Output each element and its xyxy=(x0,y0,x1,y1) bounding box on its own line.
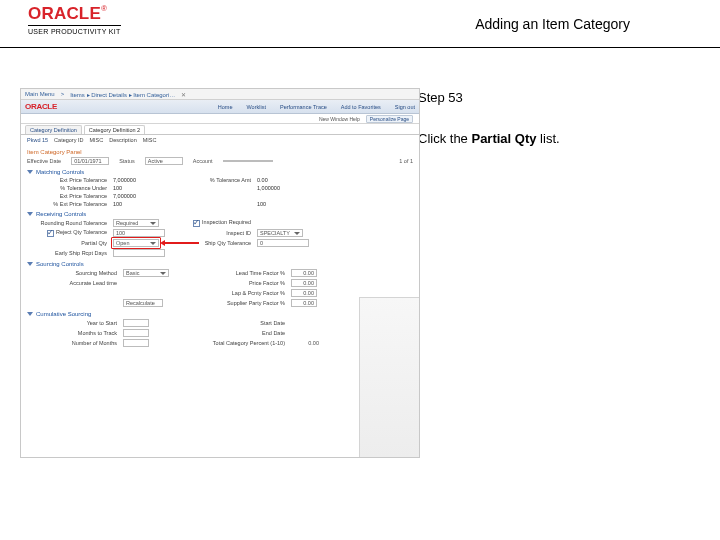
account[interactable] xyxy=(223,160,273,162)
userbar-links[interactable]: New Window Help xyxy=(319,116,360,122)
sourcing-grid: Sourcing Method Basic Lead Time Factor %… xyxy=(27,269,413,307)
record-key-row: Pkwd 15 Category ID MISC Description MIS… xyxy=(21,135,419,145)
early-ship-input[interactable] xyxy=(113,249,165,257)
step-label: Step 53 xyxy=(418,90,710,105)
page-title: Adding an Item Category xyxy=(475,16,630,32)
nav-home[interactable]: Home xyxy=(218,104,233,110)
section-receiving[interactable]: Receiving Controls xyxy=(27,211,413,217)
record-seq: 1 of 1 xyxy=(399,158,413,164)
nav-favorites[interactable]: Add to Favorites xyxy=(341,104,381,110)
months-track-input[interactable] xyxy=(123,329,149,337)
lead-time-input[interactable]: 0.00 xyxy=(291,269,317,277)
status[interactable]: Active xyxy=(145,157,183,165)
subtabs: Category Definition Category Definition … xyxy=(21,124,419,135)
lap-factor-input[interactable]: 0.00 xyxy=(291,289,317,297)
section-cumulative[interactable]: Cumulative Sourcing xyxy=(27,311,413,317)
page-header: ORACLE® USER PRODUCTIVITY KIT Adding an … xyxy=(0,0,720,48)
reject-qty-input[interactable]: 100 xyxy=(113,229,165,237)
chevron-down-icon xyxy=(150,222,156,225)
section-matching[interactable]: Matching Controls xyxy=(27,169,413,175)
brand-subtitle: USER PRODUCTIVITY KIT xyxy=(28,25,121,35)
brand-logo: ORACLE® USER PRODUCTIVITY KIT xyxy=(28,4,121,35)
cumulative-grid: Year to Start Start Date Months to Track… xyxy=(27,319,413,347)
chevron-down-icon xyxy=(27,262,33,266)
rounding-select[interactable]: Required xyxy=(113,219,159,227)
section-sourcing[interactable]: Sourcing Controls xyxy=(27,261,413,267)
trademark-icon: ® xyxy=(101,4,107,13)
nav-worklist[interactable]: Worklist xyxy=(247,104,266,110)
ship-qty-input[interactable]: 0 xyxy=(257,239,309,247)
app-screenshot: Main Menu > Items ▸ Direct Details ▸ Ite… xyxy=(20,88,420,458)
breadcrumb-tabs: Main Menu > Items ▸ Direct Details ▸ Ite… xyxy=(21,89,419,100)
page-curl-decoration xyxy=(359,297,419,457)
partial-qty-select[interactable]: Open xyxy=(113,239,159,247)
brand-name: ORACLE xyxy=(28,4,101,23)
tab-category-def[interactable]: Category Definition xyxy=(25,125,82,134)
instruction-panel: Step 53 Click the Partial Qty list. xyxy=(400,88,720,458)
inspection-required-checkbox[interactable] xyxy=(193,220,200,227)
effective-date[interactable]: 01/01/1971 xyxy=(71,157,109,165)
tab-category-def-2[interactable]: Category Definition 2 xyxy=(84,125,145,134)
partial-qty-label: Partial Qty xyxy=(27,240,107,246)
top-tab[interactable]: Items ▸ Direct Details ▸ Item Categori… xyxy=(70,91,175,98)
num-months-input[interactable] xyxy=(123,339,149,347)
sourcing-method-select[interactable]: Basic xyxy=(123,269,169,277)
chevron-down-icon xyxy=(27,212,33,216)
chevron-down-icon xyxy=(160,272,166,275)
nav-perf-trace[interactable]: Performance Trace xyxy=(280,104,327,110)
matching-grid: Ext Price Tolerance7,000000 % Tolerance … xyxy=(27,177,413,207)
nav-signout[interactable]: Sign out xyxy=(395,104,415,110)
chevron-down-icon xyxy=(150,242,156,245)
supplier-factor-input[interactable]: 0.00 xyxy=(291,299,317,307)
price-factor-input[interactable]: 0.00 xyxy=(291,279,317,287)
close-icon[interactable]: ✕ xyxy=(181,91,186,98)
panel-title: Item Category Panel xyxy=(27,149,413,155)
personalize-button[interactable]: Personalize Page xyxy=(366,115,413,123)
inspect-id-select[interactable]: SPECIALTY xyxy=(257,229,303,237)
chevron-down-icon xyxy=(27,170,33,174)
brand-mini: ORACLE xyxy=(25,102,57,111)
effective-row: Effective Date 01/01/1971 Status Active … xyxy=(27,157,413,165)
callout-arrow-icon xyxy=(165,242,199,244)
reject-qty-checkbox[interactable] xyxy=(47,230,54,237)
chevron-down-icon xyxy=(294,232,300,235)
receiving-grid: Rounding Round Tolerance Required Inspec… xyxy=(27,219,413,257)
menubar: ORACLE Home Worklist Performance Trace A… xyxy=(21,100,419,114)
recalculate-button[interactable]: Recalculate xyxy=(123,299,163,307)
instruction-text: Click the Partial Qty list. xyxy=(418,131,710,146)
userbar: New Window Help Personalize Page xyxy=(21,114,419,124)
top-tab[interactable]: Main Menu xyxy=(25,91,55,97)
chevron-down-icon xyxy=(27,312,33,316)
year-start-input[interactable] xyxy=(123,319,149,327)
